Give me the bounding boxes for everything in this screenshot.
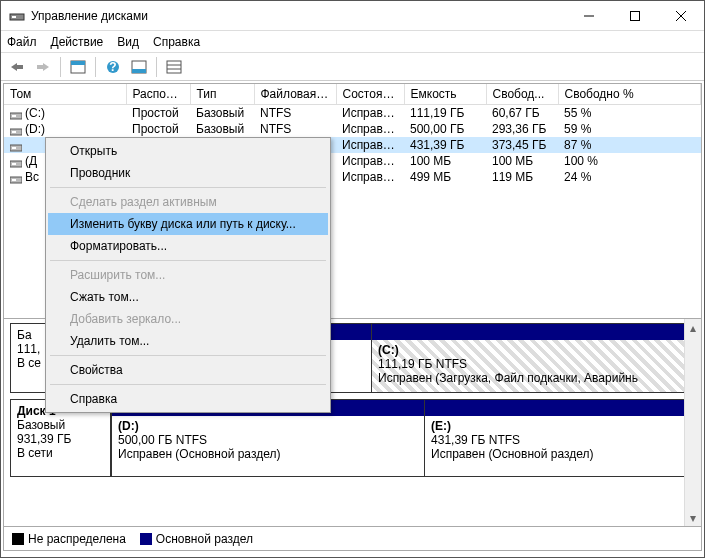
col-free-pct[interactable]: Свободно % (558, 84, 701, 105)
back-button[interactable] (5, 55, 29, 79)
svg-rect-12 (167, 61, 181, 73)
drive-icon (10, 125, 22, 135)
toolbar: ? (1, 53, 704, 81)
drive-icon (10, 141, 22, 151)
menu-help[interactable]: Справка (153, 35, 200, 49)
legend: Не распределена Основной раздел (4, 526, 701, 550)
drive-icon (10, 157, 22, 167)
ctx-extend: Расширить том... (48, 264, 328, 286)
svg-rect-3 (631, 11, 640, 20)
help-button[interactable]: ? (101, 55, 125, 79)
ctx-make-active: Сделать раздел активным (48, 191, 328, 213)
vertical-scrollbar[interactable]: ▴ ▾ (684, 319, 701, 526)
close-button[interactable] (658, 1, 704, 31)
view-bottom-button[interactable] (127, 55, 151, 79)
col-status[interactable]: Состояние (336, 84, 404, 105)
svg-rect-7 (71, 61, 85, 65)
svg-rect-18 (12, 131, 16, 133)
table-row[interactable]: (D:)ПростойБазовыйNTFSИсправен...500,00 … (4, 121, 701, 137)
table-row[interactable]: (C:)ПростойБазовыйNTFSИсправен...111,19 … (4, 105, 701, 122)
menu-view[interactable]: Вид (117, 35, 139, 49)
ctx-properties[interactable]: Свойства (48, 359, 328, 381)
drive-icon (10, 173, 22, 183)
ctx-mirror: Добавить зеркало... (48, 308, 328, 330)
menu-file[interactable]: Файл (7, 35, 37, 49)
col-type[interactable]: Тип (190, 84, 254, 105)
forward-button[interactable] (31, 55, 55, 79)
menubar: Файл Действие Вид Справка (1, 31, 704, 53)
col-fs[interactable]: Файловая с... (254, 84, 336, 105)
ctx-shrink[interactable]: Сжать том... (48, 286, 328, 308)
view-list-button[interactable] (162, 55, 186, 79)
col-free[interactable]: Свобод... (486, 84, 558, 105)
disk0-c-part[interactable]: (C:) 111,19 ГБ NTFS Исправен (Загрузка, … (371, 324, 694, 392)
svg-rect-11 (132, 69, 146, 73)
ctx-change-letter[interactable]: Изменить букву диска или путь к диску... (48, 213, 328, 235)
ctx-open[interactable]: Открыть (48, 140, 328, 162)
context-menu: Открыть Проводник Сделать раздел активны… (45, 137, 331, 413)
drive-icon (10, 109, 22, 119)
col-layout[interactable]: Располо... (126, 84, 190, 105)
disk1-e-part[interactable]: (E:) 431,39 ГБ NTFS Исправен (Основной р… (424, 400, 694, 476)
maximize-button[interactable] (612, 1, 658, 31)
ctx-explorer[interactable]: Проводник (48, 162, 328, 184)
ctx-help[interactable]: Справка (48, 388, 328, 410)
svg-rect-20 (12, 147, 16, 149)
svg-rect-1 (12, 16, 16, 18)
ctx-delete[interactable]: Удалить том... (48, 330, 328, 352)
scroll-up-icon[interactable]: ▴ (685, 319, 701, 336)
scroll-down-icon[interactable]: ▾ (685, 509, 701, 526)
col-volume[interactable]: Том (4, 84, 126, 105)
ctx-format[interactable]: Форматировать... (48, 235, 328, 257)
svg-text:?: ? (109, 60, 116, 74)
menu-action[interactable]: Действие (51, 35, 104, 49)
svg-rect-16 (12, 115, 16, 117)
minimize-button[interactable] (566, 1, 612, 31)
content-area: Том Располо... Тип Файловая с... Состоян… (3, 83, 702, 551)
disk-mgmt-icon (9, 8, 25, 24)
legend-primary: Основной раздел (140, 532, 253, 546)
svg-rect-22 (12, 163, 16, 165)
window-title: Управление дисками (31, 9, 566, 23)
legend-unallocated: Не распределена (12, 532, 126, 546)
view-top-button[interactable] (66, 55, 90, 79)
col-capacity[interactable]: Емкость (404, 84, 486, 105)
svg-rect-24 (12, 179, 16, 181)
titlebar: Управление дисками (1, 1, 704, 31)
